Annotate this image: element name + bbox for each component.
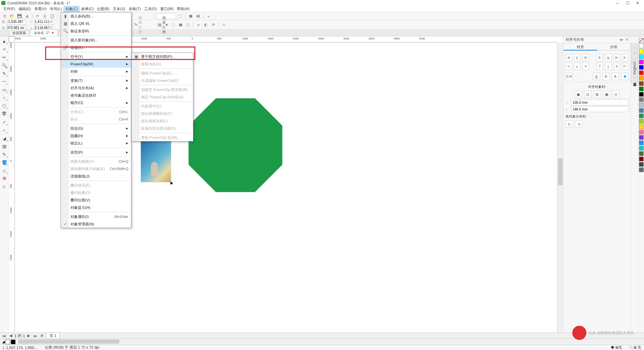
page-prev-button[interactable]: ◀: [8, 333, 13, 338]
side-tab-1[interactable]: 文本属性: [631, 49, 638, 53]
side-tab-3[interactable]: ymxtDoc插件: [631, 59, 638, 77]
dist-center-h-button[interactable]: ⫼: [605, 54, 611, 61]
copy-button[interactable]: ⎘: [41, 13, 48, 20]
dist-top-button[interactable]: ⊤: [597, 63, 603, 70]
menu-item-14[interactable]: 顺序(O)▶: [61, 99, 131, 106]
snap-button[interactable]: ▦: [187, 13, 194, 20]
menu-item-34[interactable]: 对象属性(I)Alt+Enter: [61, 213, 131, 220]
cut-button[interactable]: ✂: [34, 13, 41, 20]
align-center-v-button[interactable]: ⫨: [574, 63, 580, 70]
color-swatch-15[interactable]: [639, 124, 644, 129]
menu-item-7[interactable]: 符号(Y)▶: [61, 53, 131, 60]
menu-item-21[interactable]: 锁定(L)▶: [61, 139, 131, 147]
rectangle-tool[interactable]: ▭: [1, 86, 8, 93]
pick-tool[interactable]: ▲: [1, 38, 8, 44]
color-swatch-14[interactable]: [639, 119, 644, 124]
dist-left-button[interactable]: ⊪: [597, 54, 603, 61]
ruler-vertical[interactable]: 25002000150010005000500100015002000: [9, 42, 15, 332]
dist-space-h-button[interactable]: ⊫: [614, 54, 620, 61]
page-next-button[interactable]: ▶: [26, 333, 31, 338]
doc-tab-1[interactable]: 未命名 -1* ×: [30, 30, 58, 36]
zoom-input[interactable]: [156, 13, 176, 19]
side-tab-0[interactable]: 对齐与分布: [631, 43, 638, 48]
menu-item-11[interactable]: 变换(T)▶: [61, 77, 131, 84]
edit-bitmap-button[interactable]: ✎ 编辑位图: [135, 22, 141, 28]
align-bottom-button[interactable]: ⫩: [582, 63, 589, 70]
baseline-button[interactable]: A̲: [593, 73, 600, 80]
page-first-button[interactable]: ⏮: [1, 334, 7, 338]
color-swatch-10[interactable]: [639, 97, 644, 102]
tab-distribute[interactable]: 分布: [597, 43, 631, 51]
paste-button[interactable]: 📋: [49, 13, 56, 20]
color-swatch-13[interactable]: [639, 114, 644, 118]
target-y-input[interactable]: [571, 106, 629, 112]
menu-7[interactable]: 文本(X): [111, 6, 127, 12]
page-last-button[interactable]: ⏭: [32, 334, 38, 338]
menu-11[interactable]: 帮助(H): [175, 6, 191, 12]
text-tool[interactable]: 字: [1, 110, 8, 117]
crop-tool-button[interactable]: ⬚: [170, 22, 176, 28]
drop-shadow-tool[interactable]: ◢: [1, 135, 8, 141]
color-swatch-3[interactable]: [639, 60, 644, 64]
close-button[interactable]: ✕: [633, 1, 643, 5]
docker-close-icon[interactable]: ✕: [625, 37, 629, 42]
page-tab[interactable]: 页 1: [46, 332, 60, 339]
transparency-button[interactable]: ◧: [202, 22, 209, 28]
fullscreen-button[interactable]: ⛶: [177, 13, 184, 20]
trace-bitmap-button[interactable]: ▨ 描摹位图 ▾: [159, 22, 166, 28]
dist-to-page-button[interactable]: ⊐: [575, 120, 582, 128]
baseline2-button[interactable]: Ā: [602, 73, 610, 80]
resample-button[interactable]: ▦: [177, 22, 184, 28]
menu-item-27[interactable]: 连接曲线(J): [61, 172, 131, 180]
open-button[interactable]: 📂: [9, 13, 15, 20]
color-swatch-20[interactable]: [639, 151, 644, 156]
connector-tool[interactable]: ⌐: [1, 127, 8, 133]
dist-bottom-button[interactable]: ⊢: [622, 63, 629, 70]
polygon-tool[interactable]: ⬠: [1, 102, 8, 109]
align-to-point-button[interactable]: ⊙: [612, 91, 620, 98]
dist-space-v-button[interactable]: ≡: [614, 63, 620, 70]
maximize-button[interactable]: ☐: [622, 1, 633, 5]
parallel-tool[interactable]: ⫽: [1, 119, 8, 125]
octagon-shape[interactable]: [187, 96, 284, 194]
minimize-button[interactable]: ─: [612, 1, 622, 5]
menu-item-1[interactable]: ▦插入 QR 码: [61, 20, 131, 27]
menu-item-0[interactable]: ▣置于图文框内部(P)...: [132, 53, 193, 60]
menu-9[interactable]: 工具(O): [142, 6, 159, 12]
menu-item-23[interactable]: 造型(P)▶: [61, 149, 131, 156]
menu-8[interactable]: 表格(T): [127, 6, 142, 12]
trace-button[interactable]: ⟳: [210, 22, 217, 28]
ellipse-tool[interactable]: ○: [1, 94, 8, 101]
text-align-button[interactable]: 文本: [566, 73, 573, 80]
align-top-button[interactable]: ⫧: [566, 63, 572, 70]
color-swatch-8[interactable]: [639, 87, 644, 91]
artistic-tool[interactable]: 〰: [1, 78, 8, 85]
menu-item-31[interactable]: 叠印位图(V): [61, 196, 131, 204]
new-doc-button[interactable]: 🗋: [1, 13, 8, 20]
freehand-tool[interactable]: ✎: [1, 70, 8, 77]
align-to-page-button[interactable]: ⊡: [584, 91, 591, 98]
width-input[interactable]: [34, 19, 53, 25]
menu-4[interactable]: 对象(C): [64, 6, 79, 12]
color-swatch-1[interactable]: [639, 49, 644, 54]
menu-item-4[interactable]: 插入新对象(W)...: [61, 36, 131, 44]
crop-tool[interactable]: ✂: [1, 54, 8, 61]
menu-item-13[interactable]: 使对象适合路径: [61, 92, 131, 99]
baseline3-button[interactable]: A: [612, 73, 619, 80]
vertical-scrollbar[interactable]: [557, 42, 563, 332]
color-swatch-11[interactable]: [639, 103, 644, 107]
outline-swatch[interactable]: [11, 340, 15, 344]
color-swatch-23[interactable]: [639, 167, 644, 172]
outline-status[interactable]: ◇ ⊠ 无: [629, 345, 641, 350]
align-right-button[interactable]: ⫸: [582, 54, 589, 61]
align-center-h-button[interactable]: ⫿: [574, 54, 580, 61]
menu-item-5[interactable]: 🔗链接(K)...: [61, 44, 131, 51]
outline-tool[interactable]: ◇: [1, 167, 8, 174]
color-swatch-19[interactable]: [639, 146, 644, 151]
color-swatch-5[interactable]: [639, 70, 644, 75]
color-swatch-12[interactable]: [639, 108, 644, 113]
align-to-center-button[interactable]: ⊞: [593, 91, 601, 98]
menu-item-20[interactable]: 隐藏(H)▶: [61, 132, 131, 139]
no-color-swatch[interactable]: [639, 38, 644, 43]
menu-item-9[interactable]: 对称▶: [61, 68, 131, 75]
